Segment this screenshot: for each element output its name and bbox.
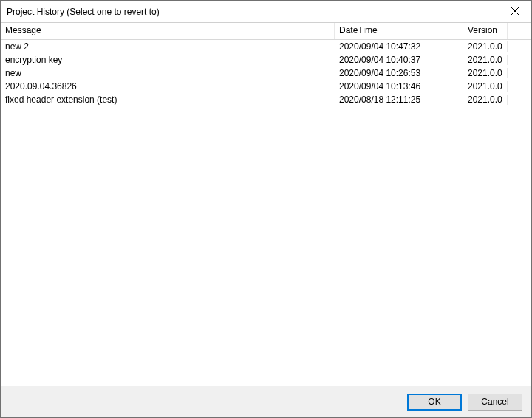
cell-message: new [1, 68, 335, 78]
cell-datetime: 2020/08/18 12:11:25 [335, 95, 463, 105]
column-header-datetime[interactable]: DateTime [335, 23, 463, 39]
cell-version: 2021.0.0 [463, 95, 508, 105]
close-icon [511, 7, 519, 17]
column-header-version[interactable]: Version [463, 23, 508, 39]
cancel-button[interactable]: Cancel [468, 394, 522, 411]
column-header-spacer [508, 23, 531, 39]
dialog-window: Project History (Select one to revert to… [0, 0, 532, 418]
cell-message: 2020.09.04.36826 [1, 81, 335, 92]
column-header-message[interactable]: Message [1, 23, 335, 39]
close-button[interactable] [498, 1, 531, 22]
cell-version: 2021.0.0 [463, 41, 508, 52]
cell-datetime: 2020/09/04 10:13:46 [335, 81, 463, 92]
table-row[interactable]: new2020/09/04 10:26:532021.0.0 [1, 66, 531, 80]
cell-datetime: 2020/09/04 10:40:37 [335, 55, 463, 65]
cell-version: 2021.0.0 [463, 55, 508, 65]
history-list[interactable]: Message DateTime Version new 22020/09/04… [1, 23, 531, 386]
cell-version: 2021.0.0 [463, 68, 508, 78]
list-rows: new 22020/09/04 10:47:322021.0.0encrypti… [1, 40, 531, 106]
table-row[interactable]: fixed header extension (test)2020/08/18 … [1, 93, 531, 106]
ok-button[interactable]: OK [407, 394, 462, 411]
cell-datetime: 2020/09/04 10:47:32 [335, 41, 463, 52]
cell-message: fixed header extension (test) [1, 95, 335, 105]
window-title: Project History (Select one to revert to… [7, 7, 160, 17]
table-row[interactable]: encryption key2020/09/04 10:40:372021.0.… [1, 53, 531, 66]
table-row[interactable]: 2020.09.04.368262020/09/04 10:13:462021.… [1, 80, 531, 93]
cell-message: encryption key [1, 55, 335, 65]
cell-datetime: 2020/09/04 10:26:53 [335, 68, 463, 78]
title-bar: Project History (Select one to revert to… [1, 1, 531, 23]
button-bar: OK Cancel [1, 386, 531, 417]
cell-message: new 2 [1, 41, 335, 52]
cell-version: 2021.0.0 [463, 81, 508, 92]
table-row[interactable]: new 22020/09/04 10:47:322021.0.0 [1, 40, 531, 53]
list-header: Message DateTime Version [1, 23, 531, 40]
